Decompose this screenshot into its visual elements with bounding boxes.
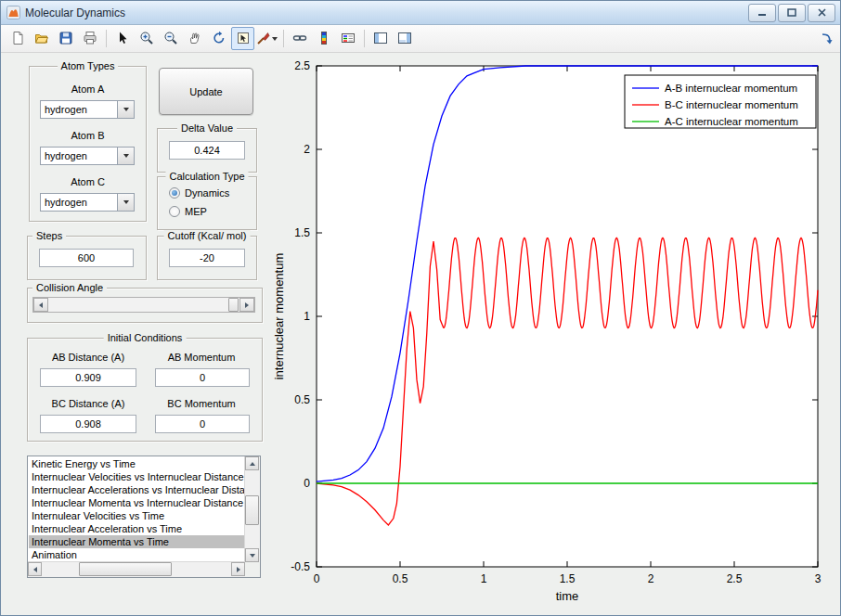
close-button[interactable] <box>808 4 835 22</box>
dropdown-arrow-button[interactable] <box>117 148 134 164</box>
scroll-up-button[interactable] <box>245 456 259 470</box>
dropdown-arrow-button[interactable] <box>117 101 134 118</box>
open-file-button[interactable] <box>30 27 53 50</box>
ab-momentum-label: AB Momentum <box>150 352 252 363</box>
dropdown-arrow-button[interactable] <box>117 194 134 211</box>
y-tick-label: 1 <box>304 310 310 323</box>
plot-area[interactable] <box>317 66 818 567</box>
atom-a-value: hydrogen <box>41 101 117 118</box>
atom-b-dropdown[interactable]: hydrogen <box>40 147 135 165</box>
insert-legend-button[interactable] <box>336 27 359 50</box>
atom-c-value: hydrogen <box>41 194 117 211</box>
atom-b-label: Atom B <box>30 130 146 141</box>
brush-dropdown-icon[interactable] <box>272 37 278 41</box>
scroll-left-button[interactable] <box>28 562 42 576</box>
save-button[interactable] <box>54 27 77 50</box>
update-button-label: Update <box>189 86 222 97</box>
ab-distance-field[interactable]: 0.909 <box>40 368 136 387</box>
arrow-right-icon <box>245 302 249 308</box>
scroll-right-button[interactable] <box>231 562 245 576</box>
data-cursor-icon <box>236 31 251 47</box>
list-item[interactable]: Internuclear Accelerations vs Internucle… <box>29 483 245 496</box>
x-tick-label: 3 <box>815 572 822 585</box>
chart-legend[interactable]: A-B internuclear momentumB-C internuclea… <box>625 75 816 128</box>
list-item[interactable]: Animation <box>29 548 245 561</box>
bc-distance-field[interactable]: 0.908 <box>40 415 136 433</box>
hide-plot-tools-button[interactable] <box>369 27 392 50</box>
chevron-down-icon <box>123 200 129 204</box>
atom-types-title: Atom Types <box>58 60 119 71</box>
pan-icon <box>188 31 202 47</box>
list-item[interactable]: Internuclear Momenta vs Internuclear Dis… <box>29 496 245 509</box>
collision-angle-title: Collision Angle <box>32 282 107 293</box>
delta-value-field[interactable]: 0.424 <box>169 141 245 160</box>
save-icon <box>58 31 73 47</box>
radio-mep-label: MEP <box>185 206 207 217</box>
list-item[interactable]: Internuclear Momenta vs Time <box>29 535 245 548</box>
arrow-left-icon <box>33 567 37 572</box>
vertical-scrollbar[interactable] <box>244 456 260 562</box>
atom-a-dropdown[interactable]: hydrogen <box>40 100 135 119</box>
radio-mep[interactable]: MEP <box>169 206 207 217</box>
pan-button[interactable] <box>183 27 206 50</box>
print-button[interactable] <box>78 27 101 50</box>
cutoff-title: Cutoff (Kcal/ mol) <box>164 230 251 241</box>
edit-plot-button[interactable] <box>110 27 134 50</box>
toolbar-separator <box>364 30 365 47</box>
radio-icon <box>169 206 180 217</box>
window-title: Molecular Dynamics <box>25 6 125 19</box>
bc-momentum-field[interactable]: 0 <box>155 415 250 433</box>
chevron-down-icon <box>123 108 129 111</box>
delta-value-panel: Delta Value 0.424 <box>157 128 257 173</box>
colorbar-icon <box>317 31 331 47</box>
new-figure-button[interactable] <box>6 27 29 50</box>
vertical-scrollbar-thumb[interactable] <box>245 495 259 525</box>
data-cursor-button[interactable] <box>231 27 254 50</box>
zoom-in-button[interactable] <box>135 27 158 50</box>
cutoff-field[interactable]: -20 <box>169 249 245 267</box>
radio-dynamics[interactable]: Dynamics <box>169 187 229 199</box>
window: Molecular Dynamics Atom Types Atom A <box>0 0 841 616</box>
list-item[interactable]: Internulear Velocities vs Time <box>29 509 245 522</box>
x-tick-label: 2.5 <box>727 572 743 585</box>
slider-thumb[interactable] <box>228 298 239 312</box>
ab-momentum-field[interactable]: 0 <box>155 368 250 387</box>
plot-type-list: Kinetic Energy vs TimeInternuclear Veloc… <box>29 457 245 562</box>
horizontal-scrollbar[interactable] <box>28 561 245 577</box>
insert-colorbar-button[interactable] <box>312 27 335 50</box>
open-icon <box>34 31 49 47</box>
list-item[interactable]: Kinetic Energy vs Time <box>29 457 245 470</box>
bc-distance-label: BC Distance (A) <box>37 398 139 409</box>
radio-icon <box>169 187 180 199</box>
calculation-type-panel: Calculation Type Dynamics MEP <box>157 176 257 230</box>
link-plot-button[interactable] <box>288 27 311 50</box>
list-item[interactable]: Internuclear Acceleration vs Time <box>29 522 245 535</box>
brush-button[interactable] <box>255 27 278 50</box>
arrow-down-icon <box>250 554 255 558</box>
titlebar: Molecular Dynamics <box>1 1 840 25</box>
list-item[interactable]: Internuclear Velocities vs Internuclear … <box>29 470 245 483</box>
steps-field[interactable]: 600 <box>39 249 134 267</box>
collision-angle-slider[interactable] <box>32 297 255 313</box>
slider-right-arrow-button[interactable] <box>239 298 254 312</box>
x-tick-label: 1.5 <box>560 572 576 585</box>
rotate-3d-button[interactable] <box>207 27 230 50</box>
y-tick-label: 0 <box>304 477 310 490</box>
legend-entry-label: A-B internuclear momentum <box>665 83 797 94</box>
toolbar <box>1 25 840 53</box>
atom-c-label: Atom C <box>30 176 146 187</box>
slider-left-arrow-button[interactable] <box>33 298 48 312</box>
dock-figure-button[interactable] <box>817 30 835 48</box>
chevron-down-icon <box>123 154 129 158</box>
zoom-out-button[interactable] <box>159 27 182 50</box>
maximize-button[interactable] <box>778 4 806 22</box>
x-tick-label: 2 <box>648 572 654 585</box>
update-button[interactable]: Update <box>159 68 253 115</box>
scroll-down-button[interactable] <box>245 548 259 562</box>
horizontal-scrollbar-thumb[interactable] <box>79 562 172 576</box>
minimize-button[interactable] <box>748 4 776 22</box>
plot-type-listbox[interactable]: Kinetic Energy vs TimeInternuclear Veloc… <box>27 456 261 578</box>
atom-c-dropdown[interactable]: hydrogen <box>40 193 135 212</box>
show-plot-tools-button[interactable] <box>393 27 416 50</box>
app-icon <box>6 6 20 20</box>
